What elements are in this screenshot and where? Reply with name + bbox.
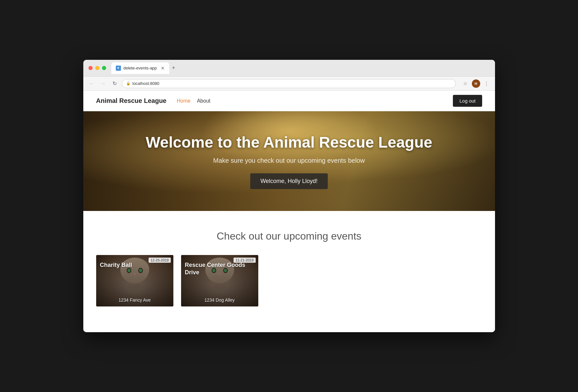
nav-home-link[interactable]: Home xyxy=(177,98,190,104)
close-window-button[interactable] xyxy=(88,66,93,70)
events-section: Check out our upcoming events xyxy=(83,211,495,332)
tab-close-button[interactable]: ✕ xyxy=(161,66,165,71)
browser-window: ▼ delete-events-app ✕ + ← → ↻ 🔒 localhos… xyxy=(83,60,495,332)
event-title: Charity Ball xyxy=(100,261,170,269)
nav-actions: ☆ H ⋮ xyxy=(461,79,491,88)
app-navbar: Animal Rescue League Home About Log out xyxy=(83,91,495,111)
address-lock-icon: 🔒 xyxy=(126,81,131,86)
app-nav-links: Home About xyxy=(177,98,453,104)
browser-nav: ← → ↻ 🔒 localhost:8080 ☆ H ⋮ xyxy=(83,77,495,91)
events-heading: Check out our upcoming events xyxy=(96,230,482,242)
tab-favicon: ▼ xyxy=(116,66,121,71)
minimize-window-button[interactable] xyxy=(95,66,99,70)
back-button[interactable]: ← xyxy=(87,79,96,88)
browser-tab[interactable]: ▼ delete-events-app ✕ xyxy=(111,62,169,74)
logout-button[interactable]: Log out xyxy=(453,95,482,107)
maximize-window-button[interactable] xyxy=(102,66,106,70)
tab-title: delete-events-app xyxy=(124,66,157,70)
events-grid: 12-25-2019 Charity Ball 1234 Fancy Ave xyxy=(96,255,482,306)
app-brand: Animal Rescue League xyxy=(96,97,167,105)
forward-button[interactable]: → xyxy=(99,79,108,88)
hero-subtitle: Make sure you check out our upcoming eve… xyxy=(146,157,432,164)
browser-controls xyxy=(88,66,106,70)
hero-content: Welcome to the Animal Rescue League Make… xyxy=(146,133,432,189)
event-location: 1234 Fancy Ave xyxy=(96,297,173,303)
event-card[interactable]: 11-21-2019 Rescue Center Goods Drive 123… xyxy=(181,255,258,306)
hero-section: Welcome to the Animal Rescue League Make… xyxy=(83,111,495,211)
event-card[interactable]: 12-25-2019 Charity Ball 1234 Fancy Ave xyxy=(96,255,173,306)
event-location: 1234 Dog Alley xyxy=(181,297,258,303)
address-text: localhost:8080 xyxy=(133,81,160,86)
new-tab-button[interactable]: + xyxy=(169,64,178,73)
address-bar[interactable]: 🔒 localhost:8080 xyxy=(122,79,456,88)
bookmark-button[interactable]: ☆ xyxy=(461,79,470,88)
event-title: Rescue Center Goods Drive xyxy=(185,261,254,277)
refresh-button[interactable]: ↻ xyxy=(110,79,119,88)
browser-menu-button[interactable]: ⋮ xyxy=(482,79,491,88)
hero-title: Welcome to the Animal Rescue League xyxy=(146,133,432,152)
nav-about-link[interactable]: About xyxy=(197,98,210,104)
hero-welcome-button[interactable]: Welcome, Holly Lloyd! xyxy=(250,173,328,189)
app-content: Animal Rescue League Home About Log out … xyxy=(83,91,495,332)
browser-titlebar: ▼ delete-events-app ✕ + xyxy=(83,60,495,77)
browser-tab-bar: ▼ delete-events-app ✕ + xyxy=(111,62,490,74)
user-avatar[interactable]: H xyxy=(472,79,480,88)
